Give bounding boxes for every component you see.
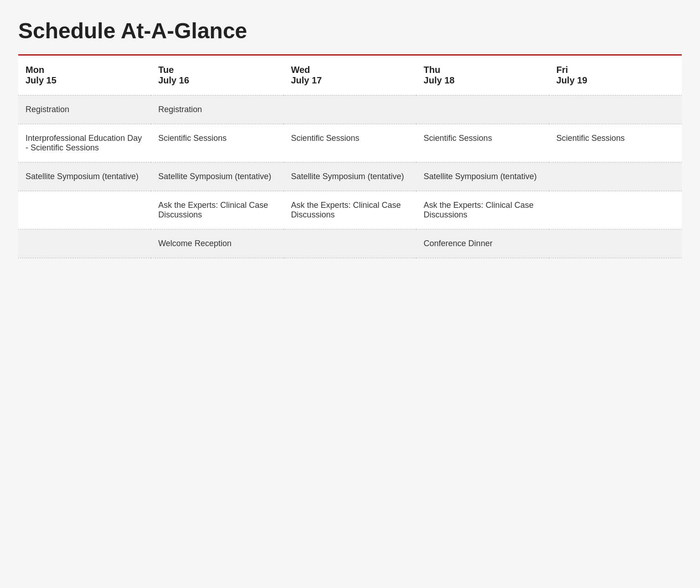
table-cell: Satellite Symposium (tentative) (283, 162, 416, 191)
table-cell: Scientific Sessions (417, 124, 549, 162)
day-name: Fri (556, 65, 674, 75)
table-cell: Conference Dinner (417, 229, 549, 258)
table-cell: Ask the Experts: Clinical Case Discussio… (283, 191, 416, 229)
table-cell: Scientific Sessions (151, 124, 283, 162)
column-header-wed: WedJuly 17 (283, 56, 416, 95)
table-cell: Registration (151, 95, 283, 124)
table-cell: Ask the Experts: Clinical Case Discussio… (151, 191, 283, 229)
table-cell (549, 191, 682, 229)
table-cell: Interprofessional Education Day - Scient… (18, 124, 151, 162)
table-row: Satellite Symposium (tentative)Satellite… (18, 162, 682, 191)
table-cell: Welcome Reception (151, 229, 283, 258)
day-name: Tue (158, 65, 276, 75)
table-cell: Scientific Sessions (283, 124, 416, 162)
page-title: Schedule At-A-Glance (18, 18, 682, 43)
table-row: Ask the Experts: Clinical Case Discussio… (18, 191, 682, 229)
table-row: RegistrationRegistration (18, 95, 682, 124)
column-header-fri: FriJuly 19 (549, 56, 682, 95)
day-date: July 16 (158, 75, 276, 86)
table-cell (549, 162, 682, 191)
table-cell: Satellite Symposium (tentative) (151, 162, 283, 191)
table-cell: Registration (18, 95, 151, 124)
column-header-thu: ThuJuly 18 (417, 56, 549, 95)
table-cell (18, 191, 151, 229)
table-cell (417, 95, 549, 124)
table-cell: Scientific Sessions (549, 124, 682, 162)
table-row: Welcome ReceptionConference Dinner (18, 229, 682, 258)
table-cell (18, 229, 151, 258)
table-cell: Satellite Symposium (tentative) (417, 162, 549, 191)
table-cell (549, 95, 682, 124)
table-row: Interprofessional Education Day - Scient… (18, 124, 682, 162)
day-date: July 17 (291, 75, 409, 86)
day-date: July 18 (424, 75, 542, 86)
header-row: MonJuly 15TueJuly 16WedJuly 17ThuJuly 18… (18, 56, 682, 95)
day-date: July 15 (26, 75, 144, 86)
table-cell: Satellite Symposium (tentative) (18, 162, 151, 191)
schedule-table: MonJuly 15TueJuly 16WedJuly 17ThuJuly 18… (18, 56, 682, 258)
day-name: Thu (424, 65, 542, 75)
day-name: Wed (291, 65, 409, 75)
table-cell (549, 229, 682, 258)
column-header-tue: TueJuly 16 (151, 56, 283, 95)
day-name: Mon (26, 65, 144, 75)
column-header-mon: MonJuly 15 (18, 56, 151, 95)
table-cell (283, 229, 416, 258)
day-date: July 19 (556, 75, 674, 86)
table-cell: Ask the Experts: Clinical Case Discussio… (417, 191, 549, 229)
table-cell (283, 95, 416, 124)
